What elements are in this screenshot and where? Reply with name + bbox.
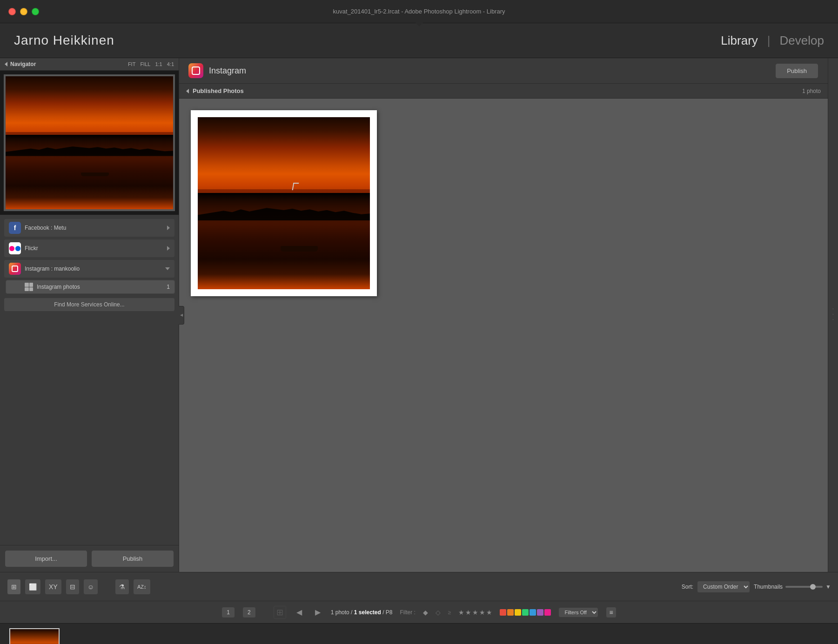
filmstrip-tab-1[interactable]: 1 <box>221 607 235 618</box>
left-panel-collapse-handle[interactable] <box>179 306 184 325</box>
right-panel-collapse-handle[interactable]: · · · <box>828 58 838 572</box>
services-section: f Facebook : Metu Flickr <box>0 215 179 545</box>
instagram-service-row[interactable]: Instagram : mankoolio <box>4 259 175 278</box>
color-pink[interactable] <box>544 609 551 616</box>
slider-knob <box>810 584 816 590</box>
titlebar-arrow-icon <box>416 23 423 27</box>
grid-view-small-button[interactable]: ⊞ <box>274 606 286 619</box>
grid-cell-3 <box>25 287 29 292</box>
filmstrip-more-button[interactable]: ≡ <box>606 607 616 618</box>
filmstrip-tab-2[interactable]: 2 <box>242 607 256 618</box>
instagram-expand-icon <box>165 267 170 270</box>
thumbnails-dropdown-icon[interactable]: ▼ <box>825 584 831 590</box>
navigator-collapse-icon[interactable] <box>5 62 7 66</box>
filmstrip-header: 1 2 ⊞ ◀ ▶ 1 photo / 1 selected / P8 Filt… <box>0 601 838 623</box>
instagram-label: Instagram : mankoolio <box>25 266 80 272</box>
navigator-preview <box>0 71 179 215</box>
published-collapse-icon[interactable] <box>186 89 189 93</box>
star-5[interactable]: ★ <box>486 609 492 616</box>
window-controls[interactable] <box>8 8 39 15</box>
survey-view-button[interactable]: ⊟ <box>66 579 80 595</box>
sort-select[interactable]: Custom Order <box>697 581 750 593</box>
filmstrip: ✓ <box>0 623 838 644</box>
filmstrip-forward-button[interactable]: ▶ <box>312 607 323 617</box>
instagram-photos-row[interactable]: Instagram photos 1 <box>6 280 175 294</box>
color-blue[interactable] <box>530 609 536 616</box>
filmstrip-thumbnail-1[interactable]: ✓ <box>9 628 60 644</box>
star-4[interactable]: ★ <box>479 609 485 616</box>
people-view-button[interactable]: ☺ <box>83 579 98 595</box>
navigator-preview-border <box>4 74 175 211</box>
instagram-panel-title: Instagram <box>188 63 246 78</box>
photo-count: 1 photo <box>802 88 821 94</box>
minimize-button[interactable] <box>20 8 27 15</box>
filter-preset-select[interactable]: Filters Off <box>558 607 598 617</box>
zoom-4to1[interactable]: 4:1 <box>167 61 174 67</box>
star-2[interactable]: ★ <box>465 609 471 616</box>
flickr-service-row[interactable]: Flickr <box>4 239 175 258</box>
zoom-fit[interactable]: FIT <box>128 61 136 67</box>
flickr-collapse-icon <box>167 246 170 251</box>
zoom-1to1[interactable]: 1:1 <box>155 61 162 67</box>
color-red[interactable] <box>500 609 506 616</box>
center-panel: Instagram Publish Published Photos 1 pho… <box>179 58 828 572</box>
color-purple[interactable] <box>537 609 543 616</box>
filter-diamond-outline-icon[interactable]: ◇ <box>436 609 441 616</box>
app-name: Jarno Heikkinen <box>14 33 114 48</box>
zoom-fill[interactable]: FILL <box>140 61 150 67</box>
flickr-service-left: Flickr <box>9 242 38 254</box>
preview-image <box>6 76 173 209</box>
flickr-label: Flickr <box>25 245 38 252</box>
navigator-zoom-options: FIT FILL 1:1 4:1 <box>128 61 174 67</box>
loupe-view-button[interactable]: ⬜ <box>25 579 41 595</box>
navigator-label: Navigator <box>10 61 36 67</box>
color-yellow[interactable] <box>515 609 521 616</box>
right-handle-icon: · · · <box>831 308 836 322</box>
find-more-services-button[interactable]: Find More Services Online... <box>4 298 175 312</box>
flickr-dot-pink <box>9 246 14 251</box>
filmstrip-info: 1 photo / 1 selected / P8 <box>331 609 393 616</box>
facebook-icon: f <box>9 222 21 234</box>
filter-gte-icon: ≥ <box>448 609 451 616</box>
publish-right-button[interactable]: Publish <box>775 63 818 79</box>
instagram-service-left: Instagram : mankoolio <box>9 263 80 275</box>
star-filter[interactable]: ★ ★ ★ ★ ★ <box>458 609 492 616</box>
filmstrip-photo-image: ✓ <box>10 629 59 644</box>
publish-left-button[interactable]: Publish <box>91 550 174 567</box>
preview-boat <box>81 173 109 176</box>
thumbnail-size-slider[interactable] <box>785 586 823 588</box>
facebook-service-left: f Facebook : Metu <box>9 222 66 234</box>
color-orange[interactable] <box>507 609 514 616</box>
grid-cell-1 <box>25 283 29 287</box>
xy-compare-button[interactable]: XY <box>45 579 62 595</box>
thumbnails-label: Thumbnails <box>754 584 783 590</box>
library-nav[interactable]: Library <box>721 33 758 48</box>
maximize-button[interactable] <box>32 8 39 15</box>
preview-horizon <box>6 135 173 159</box>
left-bottom: Import... Publish <box>0 545 179 572</box>
published-photo-image <box>198 117 370 289</box>
grid-view-button[interactable]: ⊞ <box>7 579 21 595</box>
color-filter <box>500 609 551 616</box>
spray-tool-button[interactable]: ⚗ <box>115 579 129 595</box>
filter-diamond-icon[interactable]: ◆ <box>423 609 428 616</box>
sort-label: Sort: <box>682 584 693 590</box>
import-button[interactable]: Import... <box>5 550 87 567</box>
color-green[interactable] <box>522 609 529 616</box>
filmstrip-back-button[interactable]: ◀ <box>294 607 305 617</box>
sort-controls: Sort: Custom Order <box>682 581 750 593</box>
close-button[interactable] <box>8 8 16 15</box>
window-title: kuvat_201401_lr5-2.lrcat - Adobe Photosh… <box>333 8 505 15</box>
sort-az-button[interactable]: AZ↕ <box>133 579 151 595</box>
instagram-logo-inner <box>12 266 18 272</box>
star-3[interactable]: ★ <box>472 609 478 616</box>
facebook-service-row[interactable]: f Facebook : Metu <box>4 219 175 237</box>
facebook-label: Facebook : Metu <box>25 225 66 231</box>
photo-cell[interactable] <box>191 110 377 296</box>
develop-nav[interactable]: Develop <box>780 33 824 48</box>
instagram-photos-left: Instagram photos <box>25 283 80 291</box>
star-1[interactable]: ★ <box>458 609 464 616</box>
navigator-title: Navigator <box>5 61 36 67</box>
instagram-photos-label: Instagram photos <box>37 284 80 290</box>
navigator-header: Navigator FIT FILL 1:1 4:1 <box>0 58 179 71</box>
